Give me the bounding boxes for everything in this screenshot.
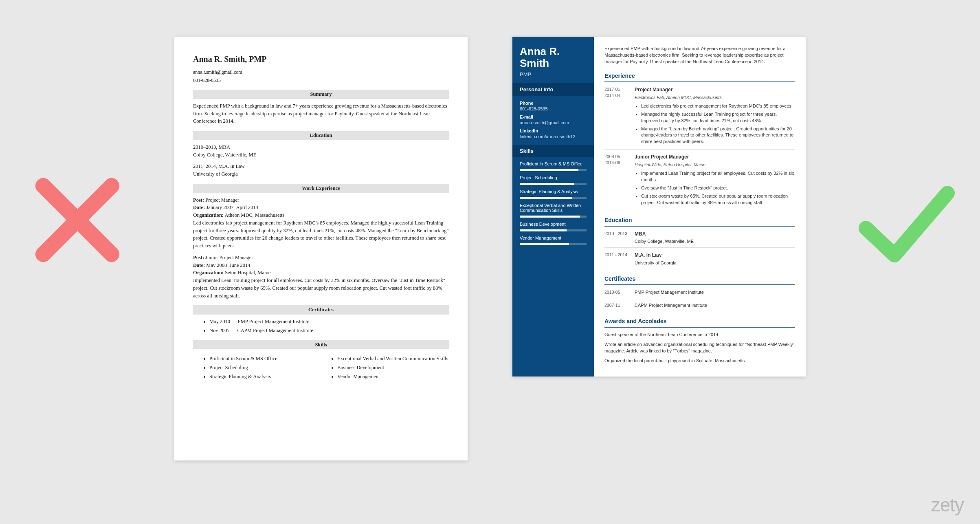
skill-item: Vendor Management xyxy=(512,231,594,252)
linkedin-value: linkedin.com/anna.r.smith12 xyxy=(520,134,587,139)
cert-item: Nov 2007 — CAPM Project Management Insti… xyxy=(209,327,449,335)
skill-item: Strategic Planning & Analysis xyxy=(209,373,321,381)
skill-item: Proficient in Scrum & MS Office xyxy=(209,355,321,363)
skill-name: Proficient in Scrum & MS Office xyxy=(520,161,587,166)
dates: 2010 - 2013 xyxy=(604,231,629,245)
resume-good: Anna R.Smith PMP Personal Info Phone 601… xyxy=(512,37,806,376)
skill-item: Business Development xyxy=(337,364,449,372)
job-title: Junior Project Manager xyxy=(635,154,795,161)
email-label: E-mail xyxy=(520,114,587,119)
cert-row: 2010-05PMP Project Management Institute xyxy=(604,289,795,298)
section-skills: Skills xyxy=(193,340,449,350)
section-education: Education xyxy=(604,216,795,227)
job-sub: Electronics Fab, Atheon MDC, Massachuset… xyxy=(635,95,795,101)
job-sub: Hospital-Wide, Seton Hospital, Maine xyxy=(635,162,795,168)
summary-text: Experienced PMP with a background in law… xyxy=(193,102,449,125)
experience-row: 2017-01 - 2014-04Project ManagerElectron… xyxy=(604,86,795,150)
school: Colby College, Waterville, ME xyxy=(635,238,795,245)
bullet: Oversaw the "Just in Time Restock" proje… xyxy=(641,185,795,192)
job-title: Project Manager xyxy=(635,86,795,93)
skill-bar xyxy=(520,169,587,171)
skill-bar xyxy=(520,183,587,185)
dates: 2010-05 xyxy=(604,289,629,296)
phone-text: 601-628-0535 xyxy=(193,77,449,84)
skill-name: Vendor Management xyxy=(520,236,587,240)
edu-school: Colby College, Waterville, ME xyxy=(193,151,449,159)
bullet: Managed the "Learn by Benchmarking" proj… xyxy=(641,126,795,145)
award-text: Guest speaker at the Northeast Lean Conf… xyxy=(604,332,795,338)
zety-logo: zety xyxy=(931,494,964,516)
resume-bad: Anna R. Smith, PMP anna.r.smith@gmail.co… xyxy=(174,37,468,460)
skill-name: Project Scheduling xyxy=(520,175,587,180)
dates: 2008-05 - 2014-06 xyxy=(604,154,629,207)
main-column: Experienced PMP with a background in law… xyxy=(594,37,806,376)
education-row: 2011 - 2014M.A. in LawUniversity of Geor… xyxy=(604,252,795,269)
skill-bar xyxy=(520,243,587,245)
cert-row: 2007-11CAPM Project Management Institute xyxy=(604,302,795,311)
degree: M.A. in Law xyxy=(635,252,795,259)
cert-item: May 2010 — PMP Project Management Instit… xyxy=(209,318,449,326)
skill-item: Proficient in Scrum & MS Office xyxy=(512,157,594,171)
email-value: anna.r.smith@gmail.com xyxy=(520,120,587,125)
skill-bar xyxy=(520,197,587,199)
skill-item: Exceptional Verbal and Written Communica… xyxy=(512,199,594,218)
edu-school: University of Georgia xyxy=(193,170,449,178)
job-desc: Implemented Lean Training project for al… xyxy=(193,277,449,299)
skill-name: Strategic Planning & Analysis xyxy=(520,189,587,194)
dates: 2017-01 - 2014-04 xyxy=(604,86,629,147)
skill-item: Exceptional Verbal and Written Communica… xyxy=(337,355,449,363)
section-education: Education xyxy=(193,131,449,140)
bullet: Cut stockroom waste by 65%. Created our … xyxy=(641,193,795,206)
email-text: anna.r.smith@gmail.com xyxy=(193,68,449,76)
experience-row: 2008-05 - 2014-06Junior Project ManagerH… xyxy=(604,154,795,210)
skill-name: Business Development xyxy=(520,222,587,227)
education-row: 2010 - 2013MBAColby College, Waterville,… xyxy=(604,231,795,248)
cert-name: PMP Project Management Institute xyxy=(635,289,795,296)
section-experience: Experience xyxy=(604,72,795,82)
skill-item: Project Scheduling xyxy=(209,364,321,372)
dates: 2007-11 xyxy=(604,302,629,309)
cert-name: CAPM Project Management Institute xyxy=(635,302,795,309)
phone-value: 601-628-0535 xyxy=(520,106,587,111)
skill-item: Strategic Planning & Analysis xyxy=(512,185,594,199)
skill-item: Project Scheduling xyxy=(512,171,594,185)
sidebar: Anna R.Smith PMP Personal Info Phone 601… xyxy=(512,37,594,376)
skill-item: Vendor Management xyxy=(337,373,449,381)
bullet: Implemented Lean Training project for al… xyxy=(641,170,795,183)
section-certs: Certificates xyxy=(193,305,449,315)
degree: MBA xyxy=(635,231,795,238)
award-text: Wrote an article on advanced organizatio… xyxy=(604,341,795,354)
section-summary: Summary xyxy=(193,90,449,99)
credential: PMP xyxy=(520,71,587,77)
bullet: Led electronics fab project management f… xyxy=(641,103,795,110)
skill-name: Exceptional Verbal and Written Communica… xyxy=(520,203,587,213)
sidebar-heading-info: Personal Info xyxy=(512,83,594,96)
section-awards: Awards and Accolades xyxy=(604,317,795,328)
section-work: Work Experience xyxy=(193,184,449,193)
edu-dates: 2010–2013, MBA xyxy=(193,143,449,151)
school: University of Georgia xyxy=(635,260,795,266)
sidebar-heading-skills: Skills xyxy=(512,145,594,157)
skill-bar xyxy=(520,216,587,218)
award-text: Organized the local parent-built playgro… xyxy=(604,358,795,364)
dates: 2011 - 2014 xyxy=(604,252,629,266)
edu-dates: 2011–2014, M.A. in Law xyxy=(193,163,449,170)
summary-text: Experienced PMP with a background in law… xyxy=(604,46,795,65)
name-heading: Anna R.Smith xyxy=(520,46,587,69)
name-heading: Anna R. Smith, PMP xyxy=(193,53,449,65)
skill-bar xyxy=(520,229,587,231)
linkedin-label: LinkedIn xyxy=(520,128,587,133)
section-certs: Certificates xyxy=(604,275,795,285)
job-desc: Led electronics fab project management f… xyxy=(193,219,449,250)
skill-item: Business Development xyxy=(512,218,594,231)
bullet: Managed the highly successful Lean Train… xyxy=(641,111,795,124)
phone-label: Phone xyxy=(520,101,587,106)
